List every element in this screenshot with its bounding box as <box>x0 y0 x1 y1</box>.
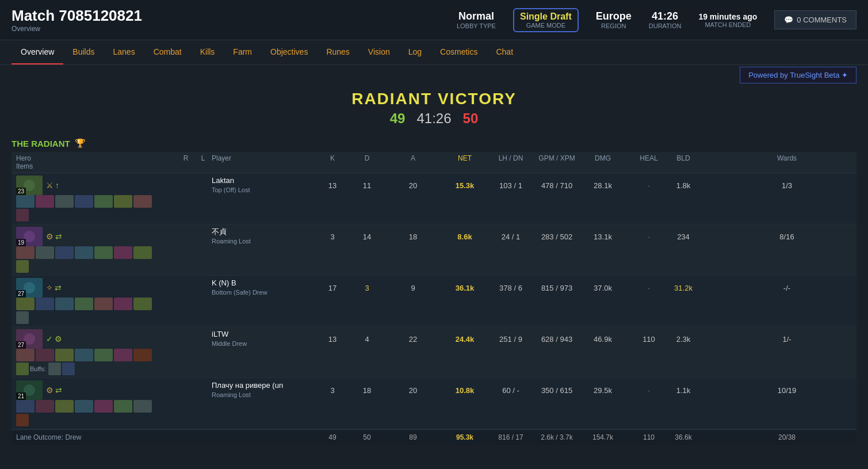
item-box <box>55 246 74 259</box>
nav-item-farm[interactable]: Farm <box>224 40 261 64</box>
item-box <box>75 246 93 259</box>
item-small <box>16 260 29 273</box>
bld-val: 1.8k <box>672 181 695 190</box>
nav-item-combat[interactable]: Combat <box>144 40 191 64</box>
bld-val: 234 <box>672 232 695 241</box>
nav-item-cosmetics[interactable]: Cosmetics <box>431 40 487 64</box>
comments-button[interactable]: 💬 0 COMMENTS <box>774 10 856 29</box>
region-stat: Europe REGION <box>596 10 632 29</box>
total-wards: 20/38 <box>695 433 868 441</box>
match-title: Match 7085120821 <box>12 7 142 25</box>
items-cell <box>16 400 177 426</box>
bld-val: 31.2k <box>672 284 695 292</box>
col-player: Player <box>212 154 315 162</box>
player-info: 不貞 Roaming Lost <box>212 227 315 245</box>
lane-outcome: Lane Outcome: Drew <box>16 433 177 441</box>
hero-cell: 19 ⚙ ⇄ <box>16 227 177 246</box>
k-val: 3 <box>315 386 350 395</box>
nav-item-overview[interactable]: Overview <box>12 40 63 64</box>
checkmark-icon: ✓ <box>46 334 53 344</box>
buff-icon <box>48 363 61 375</box>
bld-val: 2.3k <box>672 335 695 344</box>
heal-val: 110 <box>626 335 672 344</box>
role-icon-2: ⚙ <box>55 334 62 344</box>
wards-val: -/- <box>695 284 868 292</box>
buff-icon <box>62 363 75 375</box>
nav-item-lanes[interactable]: Lanes <box>104 40 144 64</box>
col-heal: HEAL <box>626 154 672 162</box>
total-d: 50 <box>350 433 384 441</box>
nav-item-objectives[interactable]: Objectives <box>261 40 317 64</box>
dmg-val: 28.1k <box>580 181 626 190</box>
nav-item-runes[interactable]: Runes <box>317 40 358 64</box>
k-val: 3 <box>315 232 350 241</box>
level-badge: 27 <box>16 341 26 349</box>
hero-icon: 21 <box>16 380 43 400</box>
player-role: Top (Off) Lost <box>212 186 315 194</box>
col-k: K <box>315 154 350 162</box>
total-a: 89 <box>384 433 442 441</box>
buffs-label: Buffs: <box>30 365 46 372</box>
a-val: 18 <box>384 232 442 241</box>
role-icon-2: ⇄ <box>55 232 62 241</box>
k-val: 13 <box>315 335 350 344</box>
truesight-banner: Powered by TrueSight Beta ✦ <box>12 71 856 79</box>
lhdn-val: 251 / 9 <box>488 335 534 344</box>
items-row-1 <box>16 298 177 310</box>
hero-cell: 23 ⚔ ↑ <box>16 176 177 195</box>
d-val: 3 <box>350 284 384 292</box>
d-val: 11 <box>350 181 384 190</box>
a-val: 22 <box>384 335 442 344</box>
gpmxpm-val: 815 / 973 <box>534 284 580 292</box>
item-box <box>36 400 54 413</box>
header-left: Match 7085120821 Overview <box>12 7 142 33</box>
player-role: Middle Drew <box>212 340 315 348</box>
dmg-val: 13.1k <box>580 232 626 241</box>
nav-bar: Overview Builds Lanes Combat Kills Farm … <box>0 40 868 65</box>
items-row-2 <box>16 209 177 222</box>
k-val: 17 <box>315 284 350 292</box>
item-box <box>36 246 54 259</box>
item-box <box>36 298 54 310</box>
item-box <box>16 349 35 361</box>
level-badge: 27 <box>16 290 26 298</box>
dmg-val: 37.0k <box>580 284 626 292</box>
player-role: Roaming Lost <box>212 237 315 245</box>
nav-item-log[interactable]: Log <box>399 40 431 64</box>
heal-val: - <box>626 386 672 395</box>
heal-val: - <box>626 284 672 292</box>
item-box <box>94 195 113 208</box>
role-icon-1: ✧ <box>46 283 53 292</box>
player-name: Плачу на ривере (un <box>212 381 315 391</box>
nav-item-chat[interactable]: Chat <box>487 40 522 64</box>
role-icon-1: ⚙ <box>46 386 53 395</box>
nav-item-kills[interactable]: Kills <box>191 40 224 64</box>
table-row: 19 ⚙ ⇄ 不貞 Roaming Lost 3 14 18 8.6k 24 /… <box>12 224 856 276</box>
item-box <box>133 246 152 259</box>
role-icon-2: ⇄ <box>55 386 62 395</box>
main-content: Powered by TrueSight Beta ✦ RADIANT VICT… <box>0 65 868 456</box>
item-box <box>16 246 35 259</box>
item-box <box>133 298 152 310</box>
nav-item-vision[interactable]: Vision <box>359 40 399 64</box>
net-val: 36.1k <box>442 284 488 292</box>
role-icon-1: ⚔ <box>46 181 53 190</box>
game-mode-box: Single Draft GAME MODE <box>513 8 579 32</box>
item-box <box>133 349 152 361</box>
item-box <box>55 195 74 208</box>
player-info: iLTW Middle Drew <box>212 330 315 348</box>
col-wards: Wards <box>695 154 868 162</box>
item-box <box>94 246 113 259</box>
item-box <box>55 349 74 361</box>
nav-item-builds[interactable]: Builds <box>63 40 104 64</box>
item-small <box>16 363 29 375</box>
hero-icon: 23 <box>16 176 43 195</box>
role-icon-2: ⇄ <box>55 283 62 292</box>
table-row: 27 ✧ ⇄ K (N) B Bottom (Safe) Drew 17 3 9… <box>12 276 856 327</box>
table-row: 23 ⚔ ↑ Laktan Top (Off) Lost 13 11 20 15… <box>12 173 856 224</box>
total-net: 95.3k <box>442 433 488 441</box>
item-box <box>114 400 132 413</box>
a-val: 20 <box>384 386 442 395</box>
net-val: 10.8k <box>442 386 488 395</box>
player-name: iLTW <box>212 330 315 340</box>
